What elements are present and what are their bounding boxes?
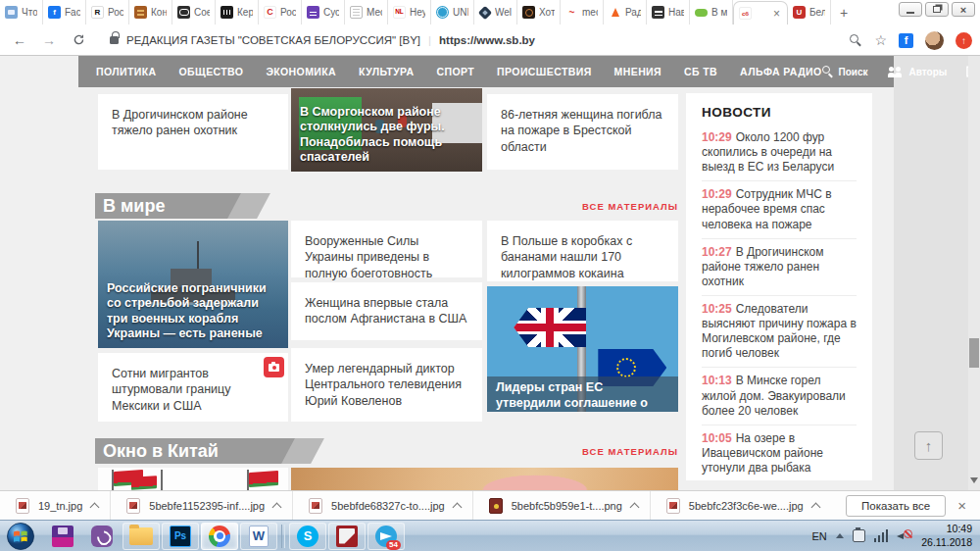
- browser-tab-12[interactable]: Wel: [474, 0, 517, 25]
- nav-obschestvo[interactable]: ОБЩЕСТВО: [179, 66, 244, 77]
- muted-speaker-icon[interactable]: [897, 529, 912, 543]
- article-card-wide-photo[interactable]: [291, 468, 678, 490]
- browser-tab-7[interactable]: CРос: [259, 0, 302, 25]
- profile-avatar[interactable]: [925, 31, 944, 50]
- browser-tab-8[interactable]: Сус: [302, 0, 345, 25]
- article-card-kovelenov[interactable]: Умер легендарный диктор Центрального тел…: [291, 348, 482, 422]
- taskbar-explorer-button[interactable]: [122, 523, 160, 550]
- screen: Что fFac RРос Кон Сое Кер CРос Сус Мес N…: [0, 0, 980, 551]
- site-title[interactable]: РЕДАКЦИЯ ГАЗЕТЫ "СОВЕТСКАЯ БЕЛОРУССИЯ" […: [126, 34, 420, 46]
- browser-tab-3[interactable]: RРос: [86, 0, 129, 25]
- nav-ekonomika[interactable]: ЭКОНОМИКА: [266, 66, 336, 77]
- taskbar-skype-button[interactable]: S: [289, 523, 326, 550]
- taskbar-photoshop-button[interactable]: Ps: [162, 523, 199, 550]
- chevron-up-icon[interactable]: [810, 502, 820, 512]
- nav-mneniya[interactable]: МНЕНИЯ: [614, 66, 662, 77]
- download-item-2[interactable]: 5bebfe1152395-inf....jpg: [111, 491, 293, 520]
- article-card-ukraine-forces[interactable]: Вооруженные Силы Украины приведены в пол…: [291, 221, 482, 277]
- back-icon[interactable]: ←: [10, 30, 29, 50]
- nav-sport[interactable]: СПОРТ: [437, 66, 475, 77]
- browser-tab-5[interactable]: Сое: [172, 0, 216, 25]
- nav-kultura[interactable]: КУЛЬТУРА: [359, 66, 414, 77]
- scrollbar-thumb[interactable]: [969, 338, 979, 368]
- show-all-downloads-button[interactable]: Показать все: [846, 495, 946, 517]
- taskbar-viber-button[interactable]: [83, 523, 121, 550]
- close-download-bar-icon[interactable]: ×: [957, 497, 966, 514]
- minimize-icon[interactable]: [899, 2, 922, 17]
- chevron-up-icon[interactable]: [90, 502, 100, 512]
- chevron-up-icon[interactable]: [452, 502, 462, 512]
- download-item-1[interactable]: 19_tn.jpg: [0, 491, 111, 520]
- browser-tab-15[interactable]: Рад: [604, 0, 647, 25]
- browser-tab-11[interactable]: UNI: [431, 0, 474, 25]
- taskbar-telegram-button[interactable]: 54: [368, 523, 405, 550]
- browser-tab-9[interactable]: Мес: [345, 0, 388, 25]
- bookmark-star-icon[interactable]: ☆: [874, 33, 887, 47]
- reload-icon[interactable]: [69, 30, 88, 50]
- browser-tab-active-sb[interactable]: сб×: [733, 1, 788, 25]
- close-window-icon[interactable]: ×: [952, 2, 975, 17]
- nav-sbtv[interactable]: СБ ТВ: [684, 66, 717, 77]
- taskbar-media-app-button[interactable]: [328, 523, 366, 550]
- news-sidebar-title: НОВОСТИ: [702, 105, 857, 120]
- article-card-migrants[interactable]: Сотни мигрантов штурмовали границу Мекси…: [98, 353, 288, 422]
- red-extension-icon[interactable]: ↑: [956, 32, 972, 49]
- article-card-brexit-photo[interactable]: Лидеры стран ЕС утвердили соглашение о B…: [487, 286, 678, 412]
- article-title: В Польше в коробках с бананами нашли 170…: [487, 221, 678, 294]
- facebook-extension-icon[interactable]: f: [899, 33, 913, 48]
- download-item-5[interactable]: 5bebfc23f3c6e-we....jpg: [651, 491, 831, 520]
- language-indicator[interactable]: EN: [811, 530, 826, 542]
- browser-tab-10[interactable]: NLНеу: [388, 0, 431, 25]
- scrollbar-down-arrow[interactable]: [970, 477, 978, 483]
- browser-tab-17[interactable]: В м: [690, 0, 733, 25]
- browser-tab-19[interactable]: UБел: [788, 0, 831, 25]
- news-item-4[interactable]: 10:25Следователи выясняют причину пожара…: [702, 295, 857, 367]
- new-tab-button[interactable]: +: [831, 0, 857, 25]
- taskbar-chrome-button[interactable]: [201, 523, 238, 550]
- browser-tab-1[interactable]: Что: [0, 0, 43, 25]
- start-button[interactable]: [6, 522, 35, 551]
- nav-politika[interactable]: ПОЛИТИКА: [96, 66, 157, 77]
- download-item-3[interactable]: 5bebfde68327c-to....jpg: [293, 491, 473, 520]
- search-icon[interactable]: [850, 34, 862, 47]
- chevron-up-icon[interactable]: [272, 502, 282, 512]
- nav-proisshestviya[interactable]: ПРОИСШЕСТВИЯ: [497, 66, 591, 77]
- nav-alfa-radio[interactable]: АЛЬФА РАДИО: [740, 66, 821, 77]
- hidden-icons-arrow[interactable]: [836, 533, 844, 538]
- article-card-flags-photo[interactable]: [98, 468, 288, 490]
- authors-button[interactable]: Авторы: [888, 67, 948, 77]
- taskbar-disk-app-button[interactable]: [44, 523, 81, 550]
- browser-tab-6[interactable]: Кер: [216, 0, 259, 25]
- article-card-fire-brest[interactable]: 86-летняя женщина погибла на пожаре в Бр…: [487, 94, 678, 170]
- tab-close-icon[interactable]: ×: [771, 8, 782, 20]
- browser-tab-13[interactable]: Хот: [517, 0, 561, 25]
- tray-device-icon[interactable]: [853, 529, 865, 542]
- news-item-5[interactable]: 10:13В Минске горел жилой дом. Эвакуиров…: [702, 367, 857, 424]
- forward-icon[interactable]: →: [39, 30, 59, 50]
- download-item-4[interactable]: 5bebfc5b959e1-t....png: [473, 491, 651, 520]
- scroll-to-top-button[interactable]: ↑: [914, 431, 943, 460]
- article-card-ship-photo[interactable]: Российские пограничники со стрельбой зад…: [98, 221, 288, 348]
- browser-tab-14[interactable]: ~mec: [561, 0, 604, 25]
- china-all-materials-link[interactable]: ВСЕ МАТЕРИАЛЫ: [529, 446, 678, 457]
- news-item-6[interactable]: 10:05На озере в Ивацевичском районе утон…: [702, 425, 857, 480]
- page-scrollbar[interactable]: [968, 56, 980, 490]
- browser-tab-16[interactable]: Нав: [647, 0, 690, 25]
- article-card-trucks-photo[interactable]: В Сморгонском районе столкнулись две фур…: [291, 88, 482, 172]
- news-item-2[interactable]: 10:29Сотрудник МЧС в нерабочее время спа…: [702, 180, 857, 237]
- browser-tab-4[interactable]: Кон: [129, 0, 172, 25]
- news-item-3[interactable]: 10:27В Дрогичинском районе тяжело ранен …: [702, 238, 857, 295]
- taskbar-clock[interactable]: 10:49 26.11.2018: [921, 523, 972, 548]
- article-card-ambassador[interactable]: Женщина впервые стала послом Афганистана…: [291, 282, 482, 340]
- network-signal-icon[interactable]: [874, 529, 889, 542]
- world-all-materials-link[interactable]: ВСЕ МАТЕРИАЛЫ: [529, 201, 678, 212]
- article-card-cocaine[interactable]: В Польше в коробках с бананами нашли 170…: [487, 221, 678, 281]
- browser-tab-2[interactable]: fFac: [43, 0, 86, 25]
- restore-icon[interactable]: [925, 2, 949, 17]
- chevron-up-icon[interactable]: [629, 502, 639, 512]
- taskbar-word-button[interactable]: W: [240, 523, 277, 550]
- article-card-hunter[interactable]: В Дрогичинском районе тяжело ранен охотн…: [98, 94, 288, 170]
- url-text[interactable]: https://www.sb.by: [439, 34, 535, 46]
- news-item-1[interactable]: 10:29Около 1200 фур скопились в очереди …: [702, 125, 857, 180]
- site-search-button[interactable]: Поиск: [822, 66, 868, 77]
